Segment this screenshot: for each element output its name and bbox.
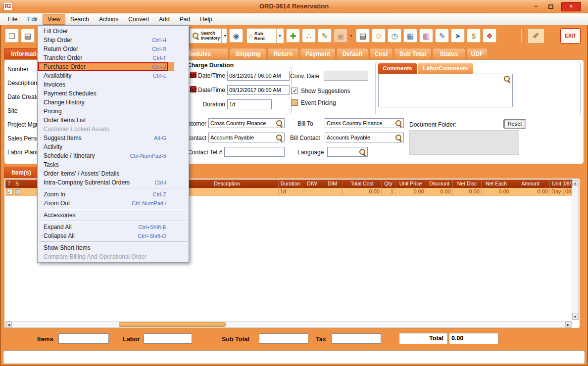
horizontal-scrollbar[interactable]: ◀ ▶ [5,321,572,328]
scroll-right-icon[interactable]: ▶ [565,321,571,327]
view-menu-item-tasks[interactable]: Tasks [38,160,189,169]
search-icon[interactable] [276,120,283,127]
fill-container-button[interactable]: ◉ [229,29,243,43]
view-menu-item-payment-schedules[interactable]: Payment Schedules [38,89,189,98]
row-checkbox-s[interactable] [15,189,20,194]
new-order-button[interactable]: ❏ [5,29,19,43]
view-menu-item-pricing[interactable]: Pricing [38,107,189,116]
print-order-button[interactable]: ▤ [356,29,370,43]
view-menu-item-change-history[interactable]: Change History [38,98,189,107]
total-field[interactable]: 0.00 [449,333,498,344]
view-menu-item-activity[interactable]: Activity [38,142,189,151]
event-pricing-checkbox[interactable] [292,99,298,106]
items-total-field[interactable] [58,333,109,344]
minimize-button[interactable]: – [530,2,542,11]
customer-field[interactable]: Cross Country Finance [208,118,285,128]
tab-cost[interactable]: Cost [369,48,393,59]
column-header-dim[interactable]: DIM [322,180,343,188]
menubar-item-file[interactable]: File [3,14,22,25]
view-menu-item-intra-company-subrental-orders[interactable]: Intra-Company Subrental OrdersCtrl-I [38,178,189,187]
column-header-duration[interactable]: Duration [279,180,302,188]
view-menu-item-expand-all[interactable]: Expand AllCtrl+Shift-E [38,223,189,231]
reports-button[interactable]: ▥ [419,29,433,43]
clock-button[interactable]: ◷ [388,29,401,43]
chevron-down-icon[interactable]: ▼ [276,29,282,43]
scroll-up-icon[interactable]: ▲ [572,180,578,186]
chevron-down-icon[interactable]: ▼ [349,29,354,43]
view-menu-item-ship-order[interactable]: Ship OrderCtrl-H [38,36,189,45]
view-menu-item-availability[interactable]: AvailabilityCtrl-L [38,71,189,80]
menubar-item-add[interactable]: Add [154,14,174,25]
tab-comments[interactable]: Comments [378,63,417,74]
tab-payment[interactable]: Payment [300,48,336,59]
reset-button[interactable]: Reset [503,119,526,129]
tab-udf[interactable]: UDF [466,48,488,59]
tab-status[interactable]: Status [433,48,465,59]
vertical-scrollbar[interactable]: ▲ ▼ [572,180,579,320]
menubar-item-view[interactable]: View [43,14,65,25]
tab-default[interactable]: Default [337,48,368,59]
duration-field[interactable]: 1d [227,99,272,109]
view-menu-item-schedule-itinerary[interactable]: Schedule / ItineraryCtrl-NumPad-5 [38,151,189,160]
scroll-down-icon[interactable]: ▼ [572,314,578,320]
view-menu-item-zoom-in[interactable]: Zoom InCtrl-Z [38,190,189,199]
cubes-button[interactable]: ❖ [483,29,496,43]
column-header-s[interactable]: S [13,180,21,188]
language-field[interactable] [327,147,368,157]
notes-button[interactable]: ✎ [318,29,332,43]
menubar-item-actions[interactable]: Actions [94,14,123,25]
search-inventory-button[interactable]: Search Inventory ▼ [190,28,227,44]
scrollbar-thumb[interactable] [119,322,226,327]
print-button[interactable]: ▤ [21,29,35,43]
tab-sub-total[interactable]: Sub Total [394,48,432,59]
view-menu-item-collapse-all[interactable]: Collapse AllCtrl+Shift-O [38,231,189,240]
storage-button[interactable]: ▦ [403,29,417,43]
search-icon[interactable] [395,120,402,127]
end-datetime-field[interactable]: 09/12/2017 06:00 AM [227,85,290,95]
column-header-total-cost[interactable]: Total Cost [343,180,382,188]
column-header-t[interactable]: T [5,180,13,188]
view-menu-item-show-short-items[interactable]: Show Short Items [38,243,189,252]
column-header-net-each[interactable]: Net Each [482,180,511,188]
edit-document-button[interactable]: ✎ [435,29,449,43]
smiley-button[interactable]: ☺ [372,29,386,43]
close-button[interactable]: × [561,2,581,11]
view-menu-item-accessories[interactable]: Accessories [38,211,189,220]
view-menu-item-order-items-list[interactable]: Order Items List [38,116,189,125]
tab-return[interactable]: Return [267,48,299,59]
sub-total-field[interactable] [259,333,308,344]
row-checkbox-t[interactable] [7,189,12,194]
column-header-discount[interactable]: Discount [426,180,453,188]
column-header-diw[interactable]: DIW [302,180,322,188]
view-menu-item-purchase-order[interactable]: Purchase OrderCtrl-U [38,62,189,71]
menubar-item-search[interactable]: Search [65,14,94,25]
menubar-item-pad[interactable]: Pad [175,14,195,25]
show-suggestions-checkbox[interactable] [292,88,298,94]
labor-total-field[interactable] [144,333,192,344]
scroll-left-icon[interactable]: ◀ [6,321,12,327]
tab-items[interactable]: Item(s) [4,167,39,178]
tax-field[interactable] [332,333,381,344]
spheres-button[interactable]: ∴ [302,29,316,43]
search-icon[interactable] [359,148,366,156]
view-menu-item-fill-order[interactable]: Fill Order [38,27,189,36]
start-datetime-field[interactable]: 08/12/2017 06:00 AM [227,71,290,81]
chevron-down-icon[interactable]: ▼ [221,29,227,43]
contact-tel-field[interactable] [224,147,285,157]
exit-button[interactable]: EXIT [560,28,581,44]
view-menu-item-transfer-order[interactable]: Transfer OrderCtrl-T [38,53,189,62]
comments-textarea[interactable] [378,74,513,107]
maximize-button[interactable] [544,2,557,11]
wand-button[interactable]: ✐ [528,28,544,44]
search-icon[interactable] [276,134,283,141]
search-icon[interactable] [395,134,402,141]
column-header-net-disc[interactable]: Net Disc [453,180,482,188]
copy-button[interactable]: ▣ [334,29,347,43]
column-header-unit-price[interactable]: Unit Price [395,180,426,188]
menubar-item-edit[interactable]: Edit [22,14,43,25]
menubar-item-help[interactable]: Help [195,14,217,25]
view-menu-item-return-order[interactable]: Return OrderCtrl-R [38,45,189,53]
conv-date-field[interactable] [324,71,368,81]
column-header-unit[interactable]: Unit [550,180,564,188]
view-menu-item-zoom-out[interactable]: Zoom OutCtrl-NumPad / [38,199,189,208]
